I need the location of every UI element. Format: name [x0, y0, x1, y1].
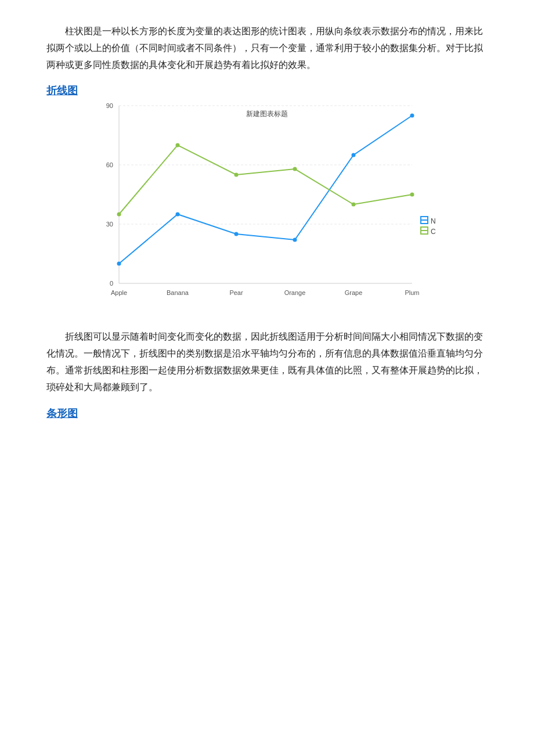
series-N-dot-1 — [176, 213, 180, 217]
y-label-90: 90 — [106, 103, 113, 109]
legend-C-label: C — [431, 228, 436, 236]
x-label-grape: Grape — [345, 289, 363, 296]
y-label-30: 30 — [106, 221, 113, 228]
series-C-dot-0 — [117, 213, 121, 217]
intro-paragraph: 柱状图是一种以长方形的长度为变量的表达图形的统计图表，用纵向条纹表示数据分布的情… — [46, 23, 488, 73]
series-N-dot-2 — [234, 232, 239, 236]
series-N-dot-3 — [293, 238, 297, 242]
x-label-orange: Orange — [284, 289, 306, 296]
x-label-apple: Apple — [111, 289, 127, 296]
series-N-dot-5 — [410, 114, 414, 118]
section1-title: 折线图 — [46, 84, 488, 98]
series-C-line — [119, 145, 412, 214]
section2-title: 条形图 — [46, 406, 488, 420]
chart-title: 新建图表标题 — [246, 110, 288, 118]
y-label-0: 0 — [110, 280, 113, 287]
line-chart: 新建图表标题 0 30 60 90 Apple Banana Pear Oran… — [87, 103, 447, 318]
series-C-dot-1 — [176, 143, 180, 147]
y-label-60: 60 — [106, 161, 113, 168]
x-label-banana: Banana — [167, 289, 189, 296]
line-chart-paragraph: 折线图可以显示随着时间变化而变化的数据，因此折线图适用于分析时间间隔大小相同情况… — [46, 329, 488, 395]
line-chart-container: 新建图表标题 0 30 60 90 Apple Banana Pear Oran… — [46, 103, 488, 318]
x-label-plum: Plum — [405, 289, 419, 296]
series-C-dot-5 — [410, 193, 414, 197]
x-label-pear: Pear — [229, 289, 243, 296]
series-C-dot-2 — [234, 173, 239, 177]
series-N-line — [119, 116, 412, 264]
legend-N-label: N — [431, 217, 436, 225]
series-N-dot-0 — [117, 262, 121, 266]
series-C-dot-4 — [352, 203, 356, 207]
series-N-dot-4 — [352, 153, 356, 157]
series-C-dot-3 — [293, 167, 297, 171]
